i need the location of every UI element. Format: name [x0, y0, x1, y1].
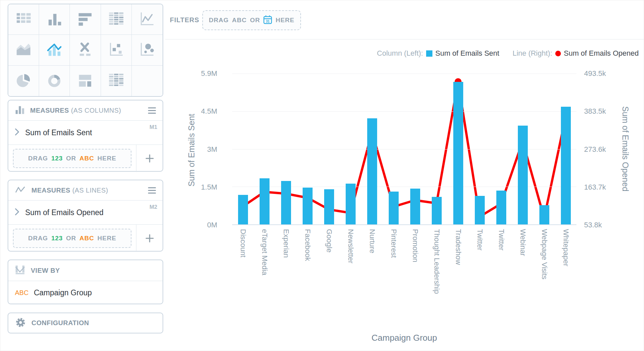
chevron-right-icon[interactable]: [15, 128, 19, 137]
line-chart-icon: [138, 10, 156, 29]
chart-type-line[interactable]: [132, 4, 163, 35]
view-by-panel: VIEW BY ABC Campaign Group: [8, 260, 163, 304]
x-tick-label: eTarget Media: [260, 229, 269, 275]
drag-word: DRAG: [28, 155, 48, 162]
x-tick-label: Google: [325, 229, 333, 253]
measures-columns-panel: MEASURES (AS COLUMNS) Sum of Emails Sent…: [8, 100, 163, 172]
x-tick-label: Discount: [239, 229, 247, 258]
column-bar-etarget-media[interactable]: [260, 178, 270, 224]
left-tick-label: 0M: [207, 221, 217, 229]
right-tick-label: 273.6k: [584, 145, 606, 154]
line-series-path: [243, 82, 566, 218]
x-icon: [76, 41, 94, 59]
combo-chart-icon: [46, 41, 63, 59]
x-tick-label: Webpage Visits: [540, 229, 549, 279]
column-bar-webpage-visits[interactable]: [539, 205, 549, 224]
chart-type-combo[interactable]: [39, 35, 70, 65]
left-axis-ticks: 5.9M4.5M3M1.5M0M: [179, 74, 217, 225]
menu-icon[interactable]: [148, 107, 156, 114]
column-chart-icon: [46, 10, 63, 29]
column-bar-experian[interactable]: [281, 181, 291, 224]
filters-label: FILTERS: [170, 16, 199, 24]
legend-axis-label: Column (Left):: [377, 49, 423, 58]
column-bar-twitter[interactable]: [475, 196, 485, 224]
filters-dropzone[interactable]: DRAG ABC OR 31 HERE: [202, 10, 301, 30]
menu-icon[interactable]: [148, 187, 156, 194]
column-bar-promotion[interactable]: [410, 189, 420, 224]
column-bar-twitter[interactable]: [496, 191, 506, 224]
legend-item-columns[interactable]: Column (Left): Sum of Emails Sent: [377, 49, 499, 58]
columns-measure-icon: [15, 105, 25, 116]
chart-type-summary-table[interactable]: [101, 66, 132, 96]
x-tick-label: Thought Leadership: [432, 229, 441, 294]
measure-item-emails-sent[interactable]: Sum of Emails Sent M1: [8, 121, 163, 145]
column-bar-discount[interactable]: [238, 195, 248, 224]
here-word: HERE: [275, 17, 294, 24]
gridline: [232, 74, 576, 74]
legend-axis-label: Line (Right):: [513, 49, 552, 58]
x-tick-label: Pinterest: [389, 229, 398, 258]
chart-type-column[interactable]: [39, 4, 70, 35]
column-bar-thought-leadership[interactable]: [432, 197, 442, 224]
column-bar-whitepaper[interactable]: [561, 107, 571, 224]
x-tick-label: Facebook: [303, 229, 312, 261]
text-token: ABC: [232, 17, 247, 24]
right-axis-ticks: 493.5k383.5k273.6k163.7k53.8k: [584, 74, 627, 225]
chart-type-pivot[interactable]: [101, 4, 132, 35]
line-dot-icon: [555, 51, 561, 56]
column-bar-pinterest[interactable]: [389, 192, 399, 224]
column-bar-newsletter[interactable]: [346, 184, 356, 224]
chart-type-scatter[interactable]: [101, 35, 132, 65]
column-bar-nurture[interactable]: [367, 118, 377, 224]
chart-type-pie[interactable]: [8, 66, 39, 96]
chart-type-bar[interactable]: [70, 4, 101, 35]
measure-badge: M2: [149, 204, 157, 210]
chart-type-area[interactable]: [8, 35, 39, 65]
bar-chart-icon: [76, 10, 94, 29]
here-word: HERE: [97, 155, 116, 162]
left-tick-label: 3M: [207, 145, 217, 154]
x-tick-label: Webinar: [519, 229, 527, 256]
measure-name: Sum of Emails Opened: [25, 208, 104, 217]
drag-measure-dropzone[interactable]: DRAG 123 OR ABC HERE: [13, 229, 131, 248]
drag-measure-dropzone[interactable]: DRAG 123 OR ABC HERE: [13, 149, 131, 168]
drag-word: DRAG: [28, 235, 48, 242]
x-axis-title: Campaign Group: [232, 333, 576, 343]
field-name: Campaign Group: [34, 288, 92, 297]
legend-item-line[interactable]: Line (Right): Sum of Emails Opened: [513, 49, 639, 58]
scatter-plot-icon: [108, 41, 125, 59]
text-token: ABC: [79, 235, 94, 242]
chart-type-table[interactable]: [8, 4, 39, 35]
right-tick-label: 383.5k: [584, 107, 606, 116]
x-tick-label: Newsletter: [346, 229, 355, 263]
panel-title: VIEW BY: [31, 267, 60, 274]
column-bar-google[interactable]: [324, 189, 334, 224]
left-tick-label: 1.5M: [201, 183, 217, 192]
legend-series-name: Sum of Emails Sent: [435, 49, 499, 58]
pie-chart-icon: [15, 72, 32, 90]
add-measure-button[interactable]: [136, 145, 163, 172]
bubble-chart-icon: [138, 41, 156, 59]
view-by-field-campaign-group[interactable]: ABC Campaign Group: [8, 281, 163, 304]
measure-item-emails-opened[interactable]: Sum of Emails Opened M2: [8, 201, 163, 225]
gear-icon: [15, 317, 26, 329]
measure-name: Sum of Emails Sent: [25, 128, 92, 137]
column-bar-facebook[interactable]: [303, 188, 313, 224]
chart-type-layout[interactable]: [70, 66, 101, 96]
drag-word: DRAG: [209, 17, 229, 24]
configuration-panel[interactable]: CONFIGURATION: [8, 313, 163, 333]
x-axis-labels: DiscounteTarget MediaExperianFacebookGoo…: [232, 229, 576, 333]
area-chart-icon: [15, 41, 32, 59]
table-icon: [15, 10, 32, 29]
gridline: [232, 111, 576, 112]
x-tick-label: Promotion: [411, 229, 420, 262]
chart-type-bubble[interactable]: [132, 35, 163, 65]
panel-title: CONFIGURATION: [31, 319, 89, 327]
chevron-right-icon[interactable]: [15, 208, 19, 217]
add-measure-button[interactable]: [136, 225, 163, 252]
chart-type-x-summary[interactable]: [70, 35, 101, 65]
right-tick-label: 163.7k: [584, 183, 606, 192]
column-bar-webinar[interactable]: [518, 126, 528, 224]
column-bar-tradeshow[interactable]: [453, 82, 463, 224]
chart-type-donut[interactable]: [39, 66, 70, 96]
